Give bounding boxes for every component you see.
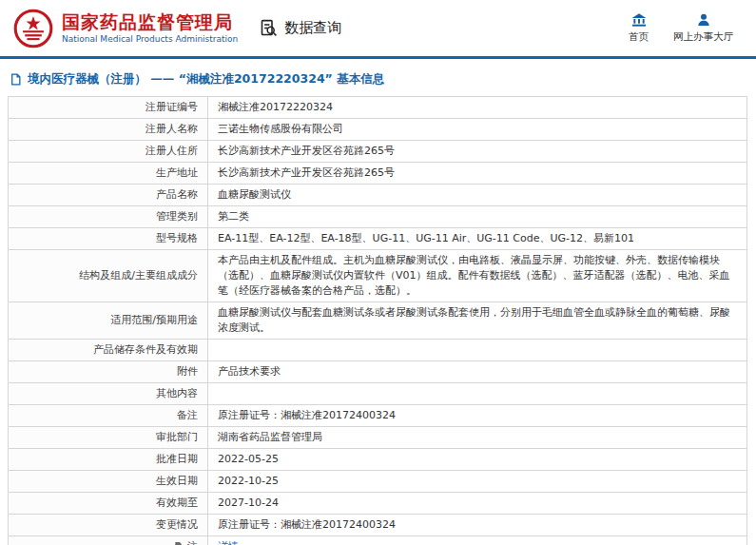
nav-service-hall-label: 网上办事大厅 <box>673 30 733 44</box>
detail-table: 注册证编号 湘械注准20172220324 注册人名称 三诺生物传感股份有限公司… <box>8 96 747 545</box>
agency-title: 国家药品监督管理局 <box>62 12 238 33</box>
table-row: 变更情况 原注册证号：湘械注准20172400324 <box>9 515 747 536</box>
table-row: 注册证编号 湘械注准20172220324 <box>9 97 747 119</box>
row-label: 注册人名称 <box>9 119 208 141</box>
row-label: 生产地址 <box>9 163 208 185</box>
row-label-note: 注 <box>9 536 208 545</box>
table-row: 生产地址 长沙高新技术产业开发区谷苑路265号 <box>9 163 747 185</box>
nav-home[interactable]: 首页 <box>629 12 649 44</box>
table-row: 批准日期 2022-05-25 <box>9 449 747 471</box>
table-row: 结构及组成/主要组成成分 本产品由主机及配件组成。主机为血糖尿酸测试仪，由电路板… <box>9 250 747 302</box>
table-row: 生效日期 2022-10-25 <box>9 471 747 493</box>
agency-title-block: 国家药品监督管理局 National Medical Products Admi… <box>62 12 238 45</box>
breadcrumb-text: 境内医疗器械（注册） —— “湘械注准20172220324” 基本信息 <box>28 71 384 88</box>
agency-logo-group[interactable]: 国家药品监督管理局 National Medical Products Admi… <box>13 9 238 49</box>
row-value: 2022-05-25 <box>208 449 747 471</box>
row-value: 第二类 <box>208 206 747 228</box>
row-label: 产品储存条件及有效期 <box>9 340 208 361</box>
row-label: 审批部门 <box>9 427 208 449</box>
data-query-label: 数据查询 <box>284 19 341 37</box>
table-row: 审批部门 湖南省药品监督管理局 <box>9 427 747 449</box>
table-row: 注册人住所 长沙高新技术产业开发区谷苑路265号 <box>9 141 747 163</box>
detail-link[interactable]: 详情 <box>218 540 239 545</box>
row-label: 管理类别 <box>9 206 208 228</box>
header-nav: 首页 网上办事大厅 <box>629 12 733 44</box>
row-label: 备注 <box>9 405 208 427</box>
row-label: 型号规格 <box>9 228 208 250</box>
row-value: EA-11型、EA-12型、EA-18型、UG-11、UG-11 Air、UG-… <box>208 228 747 250</box>
row-value <box>208 340 747 361</box>
breadcrumb: 境内医疗器械（注册） —— “湘械注准20172220324” 基本信息 <box>0 59 756 96</box>
service-hall-icon <box>696 12 711 28</box>
note-value-cell: 详情 <box>208 536 747 545</box>
nav-home-label: 首页 <box>629 30 649 44</box>
table-row-note: 注 详情 <box>9 536 747 545</box>
row-label: 适用范围/预期用途 <box>9 302 208 340</box>
table-row: 管理类别 第二类 <box>9 206 747 228</box>
row-value: 本产品由主机及配件组成。主机为血糖尿酸测试仪，由电路板、液晶显示屏、功能按键、外… <box>208 250 747 302</box>
row-label: 有效期至 <box>9 493 208 515</box>
table-row: 注册人名称 三诺生物传感股份有限公司 <box>9 119 747 141</box>
agency-subtitle: National Medical Products Administration <box>62 34 238 44</box>
table-row: 适用范围/预期用途 血糖尿酸测试仪与配套血糖测试条或者尿酸测试条配套使用，分别用… <box>9 302 747 340</box>
row-label: 注册人住所 <box>9 141 208 163</box>
row-value: 长沙高新技术产业开发区谷苑路265号 <box>208 141 747 163</box>
row-value: 血糖尿酸测试仪与配套血糖测试条或者尿酸测试条配套使用，分别用于毛细血管全血或静脉… <box>208 302 747 340</box>
document-icon <box>10 73 22 86</box>
table-row: 有效期至 2027-10-24 <box>9 493 747 515</box>
table-row: 其他内容 <box>9 383 747 405</box>
row-label: 生效日期 <box>9 471 208 493</box>
row-label: 变更情况 <box>9 515 208 536</box>
data-query-nav[interactable]: 数据查询 <box>259 18 341 38</box>
row-label: 结构及组成/主要组成成分 <box>9 250 208 302</box>
row-value: 长沙高新技术产业开发区谷苑路265号 <box>208 163 747 185</box>
row-value: 湖南省药品监督管理局 <box>208 427 747 449</box>
row-value: 湘械注准20172220324 <box>208 97 747 119</box>
row-label: 其他内容 <box>9 383 208 405</box>
detail-table-body: 注册证编号 湘械注准20172220324 注册人名称 三诺生物传感股份有限公司… <box>9 97 747 536</box>
row-value: 2022-10-25 <box>208 471 747 493</box>
row-label: 批准日期 <box>9 449 208 471</box>
row-label: 附件 <box>9 361 208 383</box>
data-query-icon <box>259 18 279 38</box>
home-icon <box>631 12 647 28</box>
note-row-body: 注 详情 <box>9 536 747 545</box>
note-icon <box>173 541 184 545</box>
row-label: 产品名称 <box>9 185 208 206</box>
row-value: 原注册证号：湘械注准20172400324 <box>208 515 747 536</box>
table-row: 型号规格 EA-11型、EA-12型、EA-18型、UG-11、UG-11 Ai… <box>9 228 747 250</box>
table-row: 附件 产品技术要求 <box>9 361 747 383</box>
row-value: 产品技术要求 <box>208 361 747 383</box>
national-emblem-logo <box>13 9 53 49</box>
note-label: 注 <box>187 540 198 545</box>
row-value <box>208 383 747 405</box>
site-header: 国家药品监督管理局 National Medical Products Admi… <box>0 0 756 59</box>
table-row: 产品储存条件及有效期 <box>9 340 747 361</box>
nav-service-hall[interactable]: 网上办事大厅 <box>673 12 733 44</box>
table-row: 备注 原注册证号：湘械注准20172400324 <box>9 405 747 427</box>
row-value: 原注册证号：湘械注准20172400324 <box>208 405 747 427</box>
table-row: 产品名称 血糖尿酸测试仪 <box>9 185 747 206</box>
row-value: 血糖尿酸测试仪 <box>208 185 747 206</box>
row-value: 三诺生物传感股份有限公司 <box>208 119 747 141</box>
row-value: 2027-10-24 <box>208 493 747 515</box>
row-label: 注册证编号 <box>9 97 208 119</box>
